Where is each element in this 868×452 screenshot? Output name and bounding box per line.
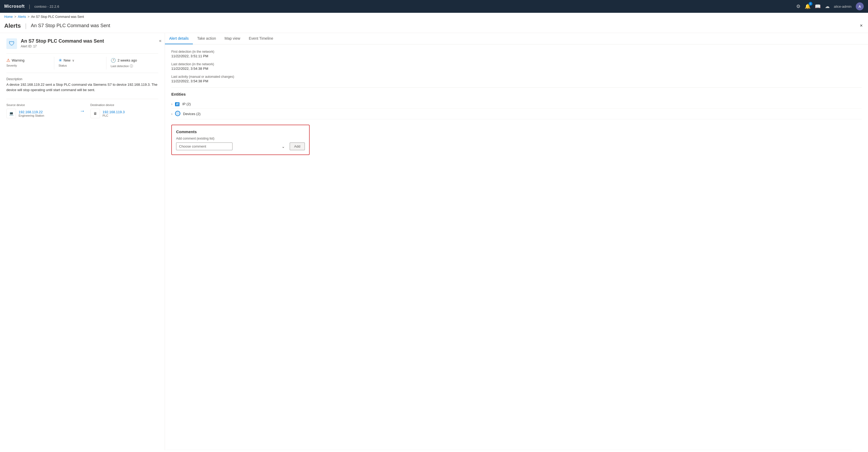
status-spinner-icon: ✳ (59, 58, 62, 63)
dest-device: Destination device 🖥 192.168.119.3 PLC (90, 103, 159, 118)
status-value: ✳ New ∨ (59, 58, 102, 63)
page-subtitle: An S7 Stop PLC Command was Sent (31, 23, 110, 28)
info-icon: ⓘ (130, 64, 133, 68)
dest-ip[interactable]: 192.168.119.3 (103, 110, 125, 114)
devices-type-icon (175, 111, 180, 117)
header-separator: | (25, 22, 27, 29)
right-panel: Alert details Take action Map view Event… (165, 33, 868, 450)
ip-expand-icon[interactable]: › (171, 102, 173, 106)
entity-ip-row[interactable]: › IP IP (2) (171, 100, 862, 109)
app-version: contoso - 22.2.6 (34, 4, 59, 8)
dest-device-label: Destination device (90, 103, 159, 107)
source-device-row: 💻 192.168.119.22 Engineering Station (6, 109, 74, 118)
plc-icon: 🖥 (93, 111, 97, 116)
comments-section: Comments Add comment (existing list) Cho… (171, 125, 310, 155)
last-activity-item: Last activity (manual or automated chang… (171, 75, 862, 83)
dest-type: PLC (103, 114, 125, 117)
breadcrumb-home[interactable]: Home (4, 15, 13, 19)
breadcrumb-sep2: > (28, 15, 30, 19)
topnav-right: ⚙ 🔔 0 📖 ☁ alice-admin A (796, 2, 864, 10)
dest-device-icon: 🖥 (90, 109, 100, 118)
page-header: Alerts | An S7 Stop PLC Command was Sent… (0, 21, 868, 33)
first-detection-item: First detection (in the network) 11/22/2… (171, 50, 862, 58)
left-panel: « 🛡 An S7 Stop PLC Command was Sent Aler… (0, 33, 165, 450)
add-comment-button[interactable]: Add (290, 142, 305, 150)
comment-dropdown[interactable]: Choose comment Needs info from vendor te… (176, 142, 232, 150)
arrow-right-icon: → (80, 108, 85, 114)
close-button[interactable]: × (859, 22, 864, 30)
arrow-box: → (74, 108, 90, 114)
tab-take-action[interactable]: Take action (193, 33, 220, 44)
top-navigation: Microsoft | contoso - 22.2.6 ⚙ 🔔 0 📖 ☁ a… (0, 0, 868, 13)
alert-header: 🛡 An S7 Stop PLC Command was Sent Alert … (6, 38, 158, 49)
main-content: « 🛡 An S7 Stop PLC Command was Sent Aler… (0, 33, 868, 450)
first-detection-value: 11/22/2022, 3:51:11 PM (171, 54, 862, 58)
source-device-icon: 💻 (6, 109, 16, 118)
last-activity-value: 11/22/2022, 3:54:38 PM (171, 79, 862, 83)
description-label: Description (6, 77, 158, 81)
breadcrumb-alerts[interactable]: Alerts (18, 15, 26, 19)
comment-dropdown-wrap: Choose comment Needs info from vendor te… (176, 142, 287, 150)
detection-details: First detection (in the network) 11/22/2… (171, 50, 862, 83)
collapse-button[interactable]: « (159, 38, 161, 43)
source-type: Engineering Station (19, 114, 44, 117)
tab-map-view[interactable]: Map view (220, 33, 245, 44)
status-meta: ✳ New ∨ Status (54, 57, 106, 69)
entities-section: Entities › IP IP (2) › Devices (2) (171, 92, 862, 119)
ip-type-icon: IP (175, 102, 180, 106)
detection-meta: 🕐 2 weeks ago Last detection ⓘ (106, 57, 158, 69)
tab-bar: Alert details Take action Map view Event… (165, 33, 868, 45)
last-detection-item: Last detection (in the network) 11/22/20… (171, 62, 862, 70)
breadcrumb: Home > Alerts > An S7 Stop PLC Command w… (0, 13, 868, 21)
detection-label: Last detection ⓘ (111, 64, 154, 68)
dest-device-row: 🖥 192.168.119.3 PLC (90, 109, 159, 118)
devices-expand-icon[interactable]: › (171, 112, 173, 116)
tab-alert-details[interactable]: Alert details (165, 33, 193, 44)
first-detection-label: First detection (in the network) (171, 50, 862, 54)
description-section: Description A device 192.168.119.22 sent… (6, 77, 158, 92)
alert-id: Alert ID: 17 (21, 45, 104, 48)
last-detection-value: 11/22/2022, 3:54:38 PM (171, 66, 862, 70)
comment-input-row: Choose comment Needs info from vendor te… (176, 142, 305, 150)
comments-title: Comments (176, 130, 305, 134)
breadcrumb-current: An S7 Stop PLC Command was Sent (31, 15, 84, 19)
devices-row: Source device 💻 192.168.119.22 Engineeri… (6, 103, 158, 118)
right-panel-inner: First detection (in the network) 11/22/2… (165, 50, 868, 162)
alert-title: An S7 Stop PLC Command was Sent (21, 38, 104, 44)
status-chevron-icon[interactable]: ∨ (72, 59, 74, 62)
source-device-info: 192.168.119.22 Engineering Station (19, 110, 44, 117)
alert-shield-icon: 🛡 (9, 40, 14, 47)
status-label: Status (59, 64, 102, 67)
library-icon[interactable]: 📖 (815, 3, 820, 9)
entity-devices-row[interactable]: › Devices (2) (171, 109, 862, 119)
last-detection-label: Last detection (in the network) (171, 62, 862, 66)
source-ip[interactable]: 192.168.119.22 (19, 110, 44, 114)
devices-entity-label: Devices (2) (183, 112, 200, 116)
source-device-label: Source device (6, 103, 74, 107)
topnav-left: Microsoft | contoso - 22.2.6 (4, 4, 59, 9)
notifications-icon[interactable]: 🔔 0 (805, 3, 810, 9)
detection-value: 🕐 2 weeks ago (111, 58, 154, 63)
topnav-separator: | (29, 4, 30, 9)
ip-entity-label: IP (2) (182, 102, 191, 106)
comments-sublabel: Add comment (existing list) (176, 137, 305, 140)
last-activity-label: Last activity (manual or automated chang… (171, 75, 862, 79)
tab-event-timeline[interactable]: Event Timeline (245, 33, 277, 44)
description-text: A device 192.168.119.22 sent a Stop PLC … (6, 82, 158, 92)
notification-badge: 0 (809, 2, 812, 6)
dest-device-info: 192.168.119.3 PLC (103, 110, 125, 117)
divider (171, 87, 862, 88)
cloud-icon[interactable]: ☁ (825, 3, 830, 9)
breadcrumb-sep1: > (14, 15, 16, 19)
page-header-left: Alerts | An S7 Stop PLC Command was Sent (4, 22, 110, 29)
severity-label: Severity (6, 64, 50, 67)
alert-meta: ⚠ Warning Severity ✳ New ∨ Status 🕐 2 we… (6, 53, 158, 73)
settings-icon[interactable]: ⚙ (796, 3, 800, 9)
entities-title: Entities (171, 92, 862, 96)
devices-section: Source device 💻 192.168.119.22 Engineeri… (6, 99, 158, 118)
username-label: alice-admin (834, 4, 851, 8)
warning-icon: ⚠ (6, 58, 10, 63)
user-avatar[interactable]: A (856, 2, 864, 10)
engineering-station-icon: 💻 (9, 111, 13, 116)
page-title: Alerts (4, 22, 21, 29)
